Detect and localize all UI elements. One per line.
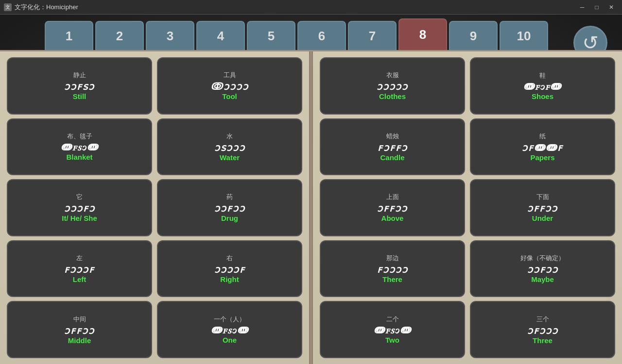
card-right[interactable]: 右 ↄↄↄↄꜰ Right bbox=[157, 240, 302, 298]
card-three-chinese: 三个 bbox=[536, 315, 549, 324]
card-two-chinese: 二个 bbox=[386, 315, 399, 324]
card-candle-english: Candle bbox=[380, 153, 404, 162]
card-two-english: Two bbox=[385, 336, 399, 344]
card-under-chinese: 下面 bbox=[536, 193, 549, 201]
card-maybe-chinese: 好像（不确定） bbox=[520, 254, 565, 263]
main-content: 1 2 3 4 5 6 7 8 9 10 ↻ 静止 ↄↄꜰꜱↄ bbox=[0, 15, 622, 364]
card-shoes[interactable]: 鞋 ↈꜰↄꜰↈ Shoes bbox=[470, 57, 615, 115]
right-row-5: 二个 ↈꜰꜱↄↈ Two 三个 ↄꜰↄↄↄ Three bbox=[320, 301, 615, 358]
card-one-cipher: ↈꜰꜱↄↈ bbox=[211, 325, 249, 336]
tab-3[interactable]: 3 bbox=[146, 21, 194, 50]
card-there-cipher: ꜰↄↄↄↄ bbox=[377, 264, 408, 275]
tab-4[interactable]: 4 bbox=[196, 21, 245, 50]
right-row-1: 衣服 ↄↄↄↄↄ Clothes 鞋 ↈꜰↄꜰↈ Shoes bbox=[320, 57, 615, 115]
card-drug-chinese: 药 bbox=[226, 193, 233, 201]
card-tool-cipher: ↂↄↄↄↄ bbox=[210, 81, 249, 92]
card-papers-english: Papers bbox=[530, 153, 554, 162]
card-left-cipher: ꜰↄↄↄꜰ bbox=[64, 264, 95, 275]
card-drug-english: Drug bbox=[221, 214, 238, 222]
titlebar-left: 文 文字化化：Homicipher bbox=[4, 3, 78, 12]
card-maybe[interactable]: 好像（不确定） ↄↄꜰↄↄ Maybe bbox=[470, 240, 615, 298]
card-one[interactable]: 一个（人） ↈꜰꜱↄↈ One bbox=[157, 301, 302, 358]
left-row-4: 左 ꜰↄↄↄꜰ Left 右 ↄↄↄↄꜰ Right bbox=[7, 240, 302, 298]
card-papers-cipher: ↄꜰↈↈꜰ bbox=[522, 142, 563, 153]
card-middle-cipher: ↄꜰꜰↄↄ bbox=[64, 325, 95, 336]
card-there-chinese: 那边 bbox=[386, 254, 399, 263]
titlebar: 文 文字化化：Homicipher ─ □ ✕ bbox=[0, 0, 622, 15]
right-row-4: 那边 ꜰↄↄↄↄ There 好像（不确定） ↄↄꜰↄↄ Maybe bbox=[320, 240, 615, 298]
card-candle-cipher: ꜰↄꜰꜰↄ bbox=[378, 142, 408, 153]
main-window: 文 文字化化：Homicipher ─ □ ✕ 1 2 3 4 5 6 7 8 … bbox=[0, 0, 622, 364]
card-shoes-chinese: 鞋 bbox=[539, 71, 546, 80]
card-drug-cipher: ↄↄꜰↄↄ bbox=[214, 202, 245, 214]
book-area: 静止 ↄↄꜰꜱↄ Still 工具 ↂↄↄↄↄ Tool 布、毯子 ↈꜰꜱↄↈ bbox=[0, 50, 622, 364]
card-middle-english: Middle bbox=[68, 336, 91, 345]
card-tool[interactable]: 工具 ↂↄↄↄↄ Tool bbox=[157, 57, 302, 115]
card-under[interactable]: 下面 ↄꜰꜰↄↄ Under bbox=[470, 179, 615, 236]
card-still-chinese: 静止 bbox=[73, 71, 86, 80]
card-under-english: Under bbox=[532, 214, 553, 222]
tab-1[interactable]: 1 bbox=[45, 21, 93, 50]
card-candle[interactable]: 蜡烛 ꜰↄꜰꜰↄ Candle bbox=[320, 118, 465, 176]
right-row-2: 蜡烛 ꜰↄꜰꜰↄ Candle 纸 ↄꜰↈↈꜰ Papers bbox=[320, 118, 615, 176]
book-spine bbox=[309, 51, 313, 364]
card-papers-chinese: 纸 bbox=[539, 132, 546, 141]
close-button[interactable]: ✕ bbox=[605, 2, 618, 13]
left-row-2: 布、毯子 ↈꜰꜱↄↈ Blanket 水 ↄꜱↄↄↄ Water bbox=[7, 118, 302, 176]
card-middle-chinese: 中间 bbox=[73, 315, 86, 324]
tab-5[interactable]: 5 bbox=[247, 21, 295, 50]
right-row-3: 上面 ↄꜰꜰↄↄ Above 下面 ↄꜰꜰↄↄ Under bbox=[320, 179, 615, 236]
tab-bar: 1 2 3 4 5 6 7 8 9 10 ↻ bbox=[0, 15, 622, 50]
card-right-chinese: 右 bbox=[226, 254, 233, 263]
card-one-chinese: 一个（人） bbox=[214, 315, 245, 324]
tab-2[interactable]: 2 bbox=[95, 21, 144, 50]
maximize-button[interactable]: □ bbox=[590, 2, 604, 13]
tab-9[interactable]: 9 bbox=[449, 21, 498, 50]
card-three[interactable]: 三个 ↄꜰↄↄↄ Three bbox=[470, 301, 615, 358]
card-water[interactable]: 水 ↄꜱↄↄↄ Water bbox=[157, 118, 302, 176]
tab-10[interactable]: 10 bbox=[500, 21, 548, 50]
card-tool-chinese: 工具 bbox=[224, 71, 236, 80]
card-left[interactable]: 左 ꜰↄↄↄꜰ Left bbox=[7, 240, 152, 298]
card-maybe-cipher: ↄↄꜰↄↄ bbox=[527, 264, 558, 275]
window-title: 文字化化：Homicipher bbox=[15, 3, 78, 12]
card-one-english: One bbox=[223, 336, 237, 344]
left-page: 静止 ↄↄꜰꜱↄ Still 工具 ↂↄↄↄↄ Tool 布、毯子 ↈꜰꜱↄↈ bbox=[0, 51, 309, 364]
card-drug[interactable]: 药 ↄↄꜰↄↄ Drug bbox=[157, 179, 302, 236]
card-under-cipher: ↄꜰꜰↄↄ bbox=[527, 202, 558, 214]
card-clothes-chinese: 衣服 bbox=[386, 71, 399, 80]
card-it[interactable]: 它 ↄↄↄꜰↄ It/ He/ She bbox=[7, 179, 152, 236]
card-clothes[interactable]: 衣服 ↄↄↄↄↄ Clothes bbox=[320, 57, 465, 115]
card-shoes-cipher: ↈꜰↄꜰↈ bbox=[523, 81, 562, 92]
card-still-cipher: ↄↄꜰꜱↄ bbox=[64, 81, 95, 92]
card-maybe-english: Maybe bbox=[531, 275, 554, 283]
card-right-cipher: ↄↄↄↄꜰ bbox=[214, 264, 245, 275]
card-middle[interactable]: 中间 ↄꜰꜰↄↄ Middle bbox=[7, 301, 152, 358]
card-left-english: Left bbox=[73, 275, 86, 283]
card-three-english: Three bbox=[533, 336, 553, 345]
card-candle-chinese: 蜡烛 bbox=[386, 132, 399, 141]
card-water-cipher: ↄꜱↄↄↄ bbox=[214, 142, 245, 153]
tab-7[interactable]: 7 bbox=[348, 21, 397, 50]
card-tool-english: Tool bbox=[222, 92, 237, 100]
card-two-cipher: ↈꜰꜱↄↈ bbox=[374, 325, 412, 336]
app-icon: 文 bbox=[4, 3, 12, 11]
minimize-button[interactable]: ─ bbox=[575, 2, 589, 13]
card-above[interactable]: 上面 ↄꜰꜰↄↄ Above bbox=[320, 179, 465, 236]
card-blanket[interactable]: 布、毯子 ↈꜰꜱↄↈ Blanket bbox=[7, 118, 152, 176]
card-above-chinese: 上面 bbox=[386, 193, 399, 201]
card-papers[interactable]: 纸 ↄꜰↈↈꜰ Papers bbox=[470, 118, 615, 176]
card-two[interactable]: 二个 ↈꜰꜱↄↈ Two bbox=[320, 301, 465, 358]
card-blanket-cipher: ↈꜰꜱↄↈ bbox=[61, 142, 99, 153]
card-still-english: Still bbox=[73, 92, 86, 100]
card-still[interactable]: 静止 ↄↄꜰꜱↄ Still bbox=[7, 57, 152, 115]
card-there-english: There bbox=[382, 275, 402, 283]
tab-8[interactable]: 8 bbox=[398, 18, 447, 50]
card-water-english: Water bbox=[220, 153, 240, 162]
card-above-english: Above bbox=[381, 214, 404, 222]
card-clothes-cipher: ↄↄↄↄↄ bbox=[377, 81, 408, 92]
card-blanket-chinese: 布、毯子 bbox=[67, 132, 92, 141]
card-water-chinese: 水 bbox=[226, 132, 233, 141]
tab-6[interactable]: 6 bbox=[297, 21, 346, 50]
card-there[interactable]: 那边 ꜰↄↄↄↄ There bbox=[320, 240, 465, 298]
